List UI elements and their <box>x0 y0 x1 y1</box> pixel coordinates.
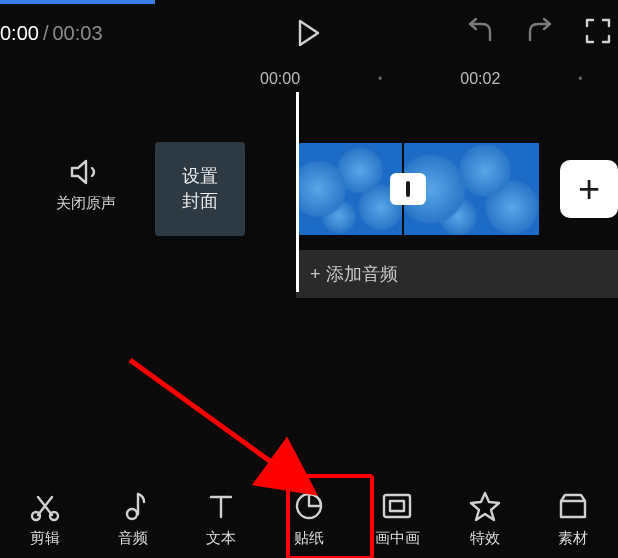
pip-icon <box>380 489 414 523</box>
play-button[interactable] <box>292 16 326 50</box>
tab-effect[interactable]: 特效 <box>450 478 520 558</box>
svg-line-0 <box>130 360 310 490</box>
timeline: 关闭原声 设置 封面 + + 添加音频 <box>0 142 618 322</box>
add-audio-label: + 添加音频 <box>310 262 398 286</box>
timecode: 0:00 / 00:03 <box>0 22 103 45</box>
svg-point-3 <box>127 509 137 519</box>
fullscreen-icon <box>584 17 612 45</box>
time-ruler: 00:00 • 00:02 • <box>0 62 618 96</box>
text-icon <box>206 489 236 523</box>
add-audio-track[interactable]: + 添加音频 <box>296 250 618 298</box>
redo-icon <box>524 18 556 44</box>
cover-label: 设置 封面 <box>182 164 218 214</box>
transition-marker[interactable] <box>390 173 426 205</box>
mute-label: 关闭原声 <box>56 194 116 213</box>
tab-label: 素材 <box>558 529 588 548</box>
undo-icon <box>464 18 496 44</box>
tab-label: 画中画 <box>375 529 420 548</box>
svg-rect-6 <box>390 501 404 511</box>
scissors-icon <box>29 489 61 523</box>
ruler-dot: • <box>378 72 382 86</box>
mute-original-audio[interactable]: 关闭原声 <box>56 158 116 213</box>
tab-material[interactable]: 素材 <box>538 478 608 558</box>
tab-edit[interactable]: 剪辑 <box>10 478 80 558</box>
ruler-tick-0: 00:00 <box>260 70 300 88</box>
redo-button[interactable] <box>524 18 556 48</box>
bottom-toolbar: 剪辑 音频 文本 贴纸 画中画 特效 素材 <box>0 478 618 558</box>
star-icon <box>469 489 501 523</box>
svg-rect-5 <box>384 495 410 517</box>
tab-sticker[interactable]: 贴纸 <box>274 478 344 558</box>
tab-label: 音频 <box>118 529 148 548</box>
playhead[interactable] <box>296 92 299 292</box>
ruler-dot: • <box>578 72 582 86</box>
time-separator: / <box>43 22 49 45</box>
svg-point-1 <box>32 512 40 520</box>
speaker-icon <box>56 158 116 186</box>
tab-label: 贴纸 <box>294 529 324 548</box>
video-clip-1[interactable] <box>296 142 403 236</box>
play-icon <box>296 18 322 48</box>
set-cover-button[interactable]: 设置 封面 <box>155 142 245 236</box>
time-current: 0:00 <box>0 22 39 45</box>
svg-point-2 <box>50 512 58 520</box>
tab-label: 剪辑 <box>30 529 60 548</box>
time-total: 00:03 <box>53 22 103 45</box>
undo-button[interactable] <box>464 18 496 48</box>
fullscreen-button[interactable] <box>584 17 612 49</box>
add-clip-button[interactable]: + <box>560 160 618 218</box>
ruler-tick-1: 00:02 <box>460 70 500 88</box>
playback-bar: 0:00 / 00:03 <box>0 4 618 62</box>
tab-audio[interactable]: 音频 <box>98 478 168 558</box>
tab-label: 文本 <box>206 529 236 548</box>
music-note-icon <box>118 489 148 523</box>
material-icon <box>557 489 589 523</box>
tab-text[interactable]: 文本 <box>186 478 256 558</box>
sticker-icon <box>293 489 325 523</box>
tab-pip[interactable]: 画中画 <box>362 478 432 558</box>
tab-label: 特效 <box>470 529 500 548</box>
